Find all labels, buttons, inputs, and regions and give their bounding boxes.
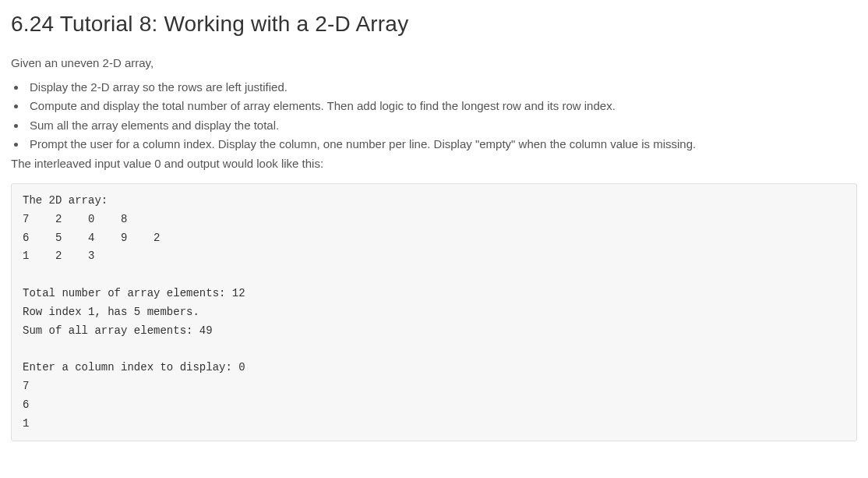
list-item: Display the 2-D array so the rows are le…: [26, 79, 857, 97]
list-item: Prompt the user for a column index. Disp…: [26, 136, 857, 154]
page-title: 6.24 Tutorial 8: Working with a 2-D Arra…: [11, 8, 857, 41]
intro-text: Given an uneven 2-D array,: [11, 55, 857, 73]
list-item: Compute and display the total number of …: [26, 97, 857, 115]
bullet-list: Display the 2-D array so the rows are le…: [26, 79, 857, 154]
code-output: The 2D array: 7 2 0 8 6 5 4 9 2 1 2 3 To…: [11, 183, 857, 441]
after-list-text: The interleaved input value 0 and output…: [11, 155, 857, 173]
list-item: Sum all the array elements and display t…: [26, 117, 857, 135]
